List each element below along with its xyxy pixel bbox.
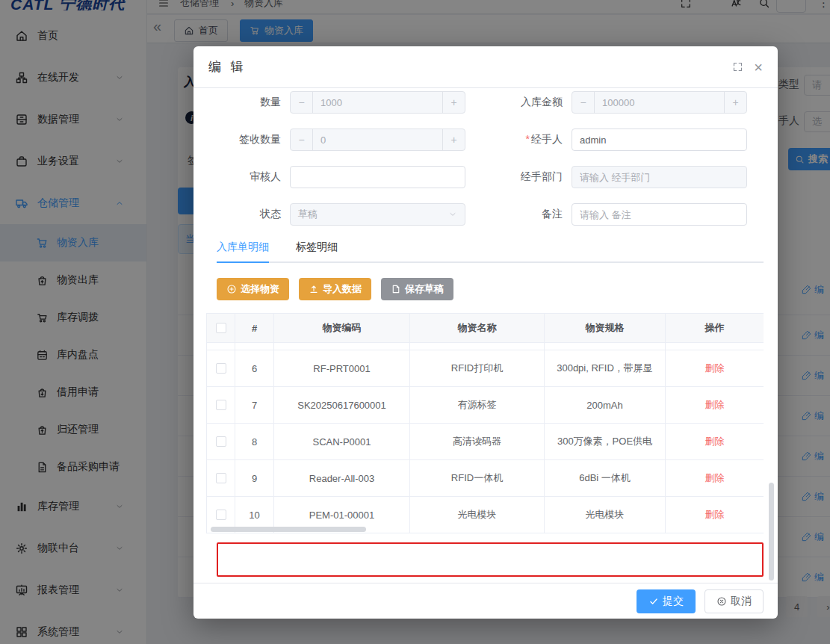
amount-value[interactable]: 100000 — [595, 92, 724, 113]
row-checkbox[interactable] — [216, 510, 226, 520]
delete-link[interactable]: 删除 — [705, 362, 725, 375]
handler-dept-field[interactable] — [572, 166, 747, 188]
table-row: 6 RF-PRT0001 RFID打印机 300dpi, RFID，带屏显 删除 — [207, 350, 763, 387]
maximize-icon[interactable] — [732, 61, 743, 72]
row-checkbox[interactable] — [216, 363, 226, 374]
detail-tabs: 入库单明细 标签明细 — [217, 241, 764, 263]
handler-field[interactable] — [572, 129, 747, 151]
dialog-body: 数量 − 1000 + 入库金额 − 100000 + 签收数量 − 0 — [193, 88, 778, 583]
decrease-button[interactable]: − — [291, 129, 313, 150]
vertical-scrollbar[interactable] — [769, 483, 774, 580]
col-index: # — [235, 314, 274, 343]
detail-toolbar: 选择物资 导入数据 保存草稿 — [217, 278, 764, 300]
remark-label: 备注 — [465, 208, 572, 221]
tab-label-detail[interactable]: 标签明细 — [296, 241, 338, 263]
document-icon — [391, 284, 401, 294]
increase-button[interactable]: + — [442, 129, 465, 150]
received-qty-value[interactable]: 0 — [313, 129, 442, 150]
select-all-checkbox[interactable] — [216, 323, 226, 333]
table-header: # 物资编码 物资名称 物资规格 操作 — [207, 314, 763, 343]
table-row: 9 Reader-All-003 RFID一体机 6dBi 一体机 删除 — [207, 460, 763, 497]
delete-link[interactable]: 删除 — [705, 471, 725, 485]
col-spec: 物资规格 — [545, 314, 666, 343]
row-checkbox[interactable] — [216, 400, 226, 410]
quantity-label: 数量 — [217, 96, 290, 109]
check-icon — [648, 596, 659, 607]
required-mark: * — [526, 133, 530, 145]
remark-field[interactable] — [572, 203, 747, 226]
handler-dept-label: 经手部门 — [465, 170, 572, 184]
select-material-button[interactable]: 选择物资 — [217, 278, 289, 300]
dialog-footer: 提交 取消 — [193, 583, 778, 619]
quantity-value[interactable]: 1000 — [313, 92, 442, 113]
amount-label: 入库金额 — [465, 96, 572, 109]
col-action: 操作 — [665, 314, 764, 343]
row-checkbox[interactable] — [216, 473, 226, 483]
decrease-button[interactable]: − — [572, 92, 595, 113]
increase-button[interactable]: + — [442, 92, 465, 113]
received-qty-stepper: − 0 + — [290, 129, 465, 151]
delete-link[interactable]: 删除 — [705, 435, 725, 448]
submit-button[interactable]: 提交 — [637, 589, 696, 613]
amount-stepper: − 100000 + — [572, 91, 747, 114]
col-code: 物资编码 — [274, 314, 410, 343]
table-row-partial — [207, 343, 763, 350]
horizontal-scrollbar[interactable] — [211, 527, 366, 532]
reviewer-label: 审核人 — [217, 170, 290, 184]
close-icon[interactable]: × — [754, 60, 763, 75]
received-qty-label: 签收数量 — [217, 133, 290, 146]
decrease-button[interactable]: − — [291, 92, 313, 113]
table-row: 8 SCAN-P0001 高清读码器 300万像素，POE供电 删除 — [207, 424, 763, 460]
app-root: CATL 宁德时代 首页 在线开发 数据管理 业务设置 — [0, 0, 830, 644]
import-data-button[interactable]: 导入数据 — [299, 278, 371, 300]
row-checkbox[interactable] — [216, 436, 226, 447]
dialog-title: 编 辑 — [208, 58, 247, 75]
cancel-button[interactable]: 取消 — [704, 589, 764, 613]
status-select[interactable]: 草稿 — [290, 203, 465, 226]
quantity-stepper: − 1000 + — [290, 91, 465, 114]
reviewer-field[interactable] — [290, 166, 465, 188]
circle-x-icon — [716, 596, 727, 607]
edit-dialog: 编 辑 × 数量 − 1000 + 入库金额 − 100000 + — [193, 46, 778, 619]
delete-link[interactable]: 删除 — [705, 508, 725, 521]
validation-error-box[interactable] — [217, 542, 764, 577]
col-name: 物资名称 — [410, 314, 545, 343]
status-label: 状态 — [217, 208, 290, 221]
increase-button[interactable]: + — [724, 92, 746, 113]
plus-circle-icon — [226, 284, 237, 294]
handler-label: *经手人 — [465, 133, 572, 146]
upload-icon — [309, 284, 319, 294]
material-table: # 物资编码 物资名称 物资规格 操作 6 RF-PRT0001 RFID打印机 — [206, 313, 764, 533]
save-draft-button[interactable]: 保存草稿 — [381, 278, 453, 300]
table-row: 7 SK20250617600001 有源标签 200mAh 删除 — [207, 387, 763, 424]
delete-link[interactable]: 删除 — [705, 398, 725, 412]
tab-inbound-detail[interactable]: 入库单明细 — [217, 241, 269, 263]
chevron-down-icon — [448, 210, 457, 219]
dialog-header: 编 辑 × — [193, 46, 778, 88]
